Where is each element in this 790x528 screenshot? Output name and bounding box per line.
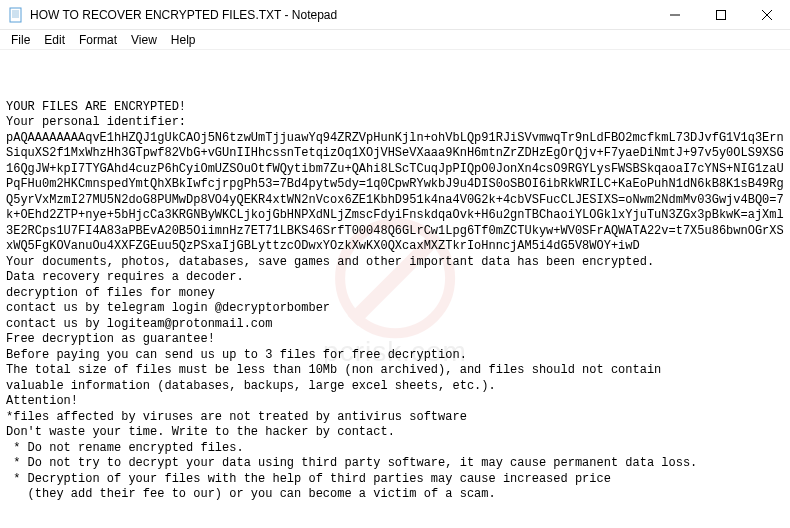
text-line: Data recovery requires a decoder. bbox=[6, 270, 784, 286]
text-line: Your personal identifier: bbox=[6, 115, 784, 131]
text-line: Free decryption as guarantee! bbox=[6, 332, 784, 348]
svg-rect-6 bbox=[717, 10, 726, 19]
text-line: decryption of files for money bbox=[6, 286, 784, 302]
text-line: *files affected by viruses are not treat… bbox=[6, 410, 784, 426]
window-titlebar: HOW TO RECOVER ENCRYPTED FILES.TXT - Not… bbox=[0, 0, 790, 30]
text-line: The total size of files must be less tha… bbox=[6, 363, 784, 379]
close-button[interactable] bbox=[744, 0, 790, 29]
menu-help[interactable]: Help bbox=[164, 31, 203, 49]
text-line: contact us by telegram login @decryptorb… bbox=[6, 301, 784, 317]
notepad-icon bbox=[8, 7, 24, 23]
text-line: * Do not rename encrypted files. bbox=[6, 441, 784, 457]
menu-edit[interactable]: Edit bbox=[37, 31, 72, 49]
text-line: * Do not try to decrypt your data using … bbox=[6, 456, 784, 472]
window-controls bbox=[652, 0, 790, 29]
text-line: * Decryption of your files with the help… bbox=[6, 472, 784, 488]
maximize-button[interactable] bbox=[698, 0, 744, 29]
menu-bar: File Edit Format View Help bbox=[0, 30, 790, 50]
text-line: Don't waste your time. Write to the hack… bbox=[6, 425, 784, 441]
text-line: Before paying you can send us up to 3 fi… bbox=[6, 348, 784, 364]
editor-content[interactable]: pcrisk.com YOUR FILES ARE ENCRYPTED!Your… bbox=[0, 50, 790, 528]
menu-file[interactable]: File bbox=[4, 31, 37, 49]
text-line: pAQAAAAAAAAqvE1hHZQJ1gUkCAOj5N6tzwUmTjju… bbox=[6, 131, 784, 255]
text-line: valuable information (databases, backups… bbox=[6, 379, 784, 395]
text-line: YOUR FILES ARE ENCRYPTED! bbox=[6, 100, 784, 116]
text-content: YOUR FILES ARE ENCRYPTED!Your personal i… bbox=[6, 100, 784, 503]
text-line: (they add their fee to our) or you can b… bbox=[6, 487, 784, 503]
menu-view[interactable]: View bbox=[124, 31, 164, 49]
text-line: contact us by logiteam@protonmail.com bbox=[6, 317, 784, 333]
window-title: HOW TO RECOVER ENCRYPTED FILES.TXT - Not… bbox=[30, 8, 652, 22]
text-line: Attention! bbox=[6, 394, 784, 410]
minimize-button[interactable] bbox=[652, 0, 698, 29]
text-line: Your documents, photos, databases, save … bbox=[6, 255, 784, 271]
menu-format[interactable]: Format bbox=[72, 31, 124, 49]
